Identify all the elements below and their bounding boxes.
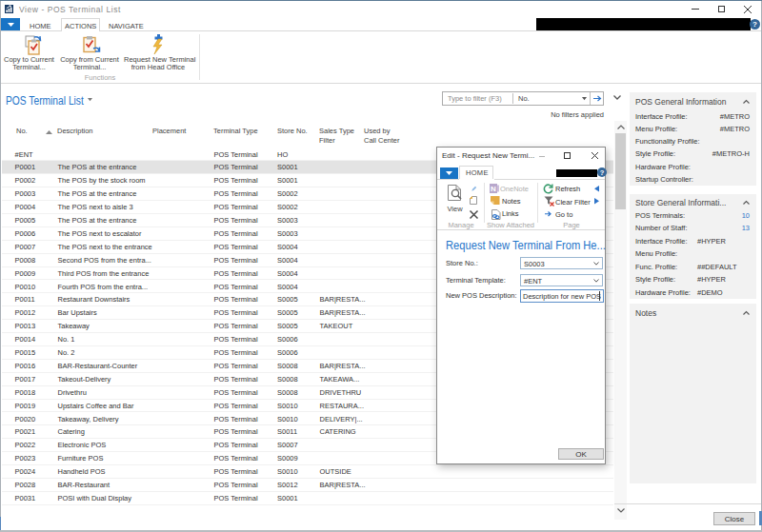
svg-text:?: ? <box>600 168 605 177</box>
svg-text:?: ? <box>752 20 757 29</box>
svg-text:N: N <box>491 185 496 193</box>
